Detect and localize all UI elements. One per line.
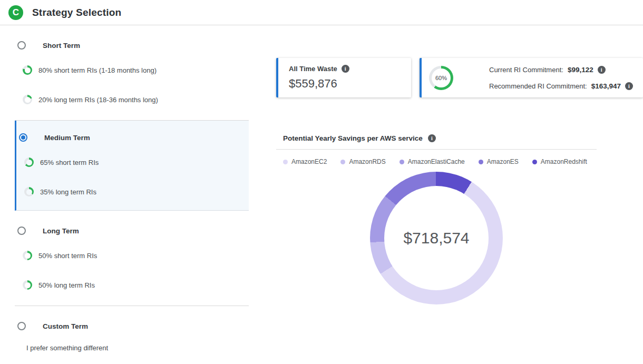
- radio-custom-term[interactable]: [17, 322, 26, 330]
- legend-label: AmazonRedshift: [541, 158, 587, 165]
- radio-long-term[interactable]: [17, 227, 26, 235]
- legend-dot: [400, 160, 404, 164]
- sub-option: 35% long term RIs: [16, 187, 249, 196]
- strategy-option-long-term[interactable]: Long Term 50% short term RIs 50% long te…: [15, 211, 249, 306]
- progress-ring-icon: [23, 65, 32, 75]
- page-title: Strategy Selection: [32, 7, 121, 18]
- legend-item-amazonec2[interactable]: AmazonEC2: [283, 158, 327, 165]
- app-logo-glyph: C: [13, 7, 19, 18]
- option-label: Custom Term: [43, 322, 88, 330]
- sub-option: 65% short term RIs: [16, 158, 249, 167]
- main-panel: All Time Waste i $559,876 60% Current RI…: [249, 25, 643, 304]
- sub-option-label: 80% short term RIs (1-18 months long): [38, 66, 157, 74]
- legend-item-amazonelasticache[interactable]: AmazonElastiCache: [400, 158, 465, 165]
- page-header: C Strategy Selection: [0, 0, 643, 25]
- strategy-option-custom-term[interactable]: Custom Term I prefer something different: [15, 306, 249, 361]
- info-icon[interactable]: i: [625, 82, 633, 90]
- sub-option-label: 50% long term RIs: [38, 281, 95, 289]
- app-logo-icon: C: [8, 5, 23, 20]
- progress-ring-icon: [24, 187, 34, 196]
- radio-medium-term[interactable]: [19, 133, 27, 142]
- recommended-commitment-label: Recommended RI Commitment:: [489, 82, 587, 90]
- option-label: Short Term: [43, 42, 80, 50]
- sub-option-label: 20% long term RIs (18-36 months long): [38, 96, 158, 104]
- strategy-option-medium-term[interactable]: Medium Term 65% short term RIs 35% long …: [15, 121, 249, 211]
- chart-legend: AmazonEC2 AmazonRDS AmazonElastiCache Am…: [276, 158, 597, 165]
- legend-label: AmazonRDS: [349, 158, 385, 165]
- legend-dot: [532, 160, 537, 164]
- legend-item-amazonredshift[interactable]: AmazonRedshift: [532, 158, 587, 165]
- sub-option-label: 50% short term RIs: [38, 252, 97, 260]
- radio-short-term[interactable]: [17, 41, 26, 50]
- sub-option-label: 65% short term RIs: [40, 159, 99, 166]
- legend-label: AmazonEC2: [291, 158, 327, 165]
- info-icon[interactable]: i: [428, 134, 436, 142]
- sub-option: 20% long term RIs (18-36 months long): [15, 95, 249, 104]
- legend-item-amazones[interactable]: AmazonES: [479, 158, 519, 165]
- option-label: Long Term: [43, 227, 79, 235]
- content: Short Term 80% short term RIs (1-18 mont…: [0, 25, 643, 361]
- current-commitment-label: Current RI Commitment:: [489, 66, 563, 74]
- info-icon[interactable]: i: [342, 65, 349, 73]
- custom-term-description: I prefer something different: [15, 344, 249, 352]
- option-label: Medium Term: [44, 134, 90, 142]
- savings-donut: $718,574: [370, 172, 503, 304]
- ri-gauge: 60%: [429, 66, 453, 90]
- summary-cards-row: All Time Waste i $559,876 60% Current RI…: [276, 58, 643, 97]
- all-time-waste-card: All Time Waste i $559,876: [276, 58, 411, 97]
- legend-dot: [340, 160, 345, 164]
- all-time-waste-title: All Time Waste: [289, 65, 337, 73]
- legend-item-amazonrds[interactable]: AmazonRDS: [340, 158, 385, 165]
- donut-center-value: $718,574: [403, 229, 469, 247]
- legend-dot: [479, 160, 483, 164]
- ri-gauge-label: 60%: [435, 75, 447, 81]
- strategy-options-panel: Short Term 80% short term RIs (1-18 mont…: [15, 25, 249, 361]
- ri-commitment-card: 60% Current RI Commitment: $99,122 i Rec…: [420, 58, 643, 97]
- legend-label: AmazonES: [487, 158, 519, 165]
- progress-ring-icon: [24, 158, 34, 167]
- progress-ring-icon: [23, 95, 32, 104]
- all-time-waste-value: $559,876: [289, 77, 411, 91]
- legend-dot: [283, 160, 288, 164]
- divider: [276, 149, 597, 150]
- info-icon[interactable]: i: [598, 66, 606, 74]
- current-commitment-value: $99,122: [568, 66, 593, 74]
- chart-title: Potential Yearly Savings per AWS service: [283, 134, 423, 142]
- sub-option: 80% short term RIs (1-18 months long): [15, 65, 249, 75]
- sub-option: 50% short term RIs: [15, 251, 249, 260]
- sub-option: 50% long term RIs: [15, 280, 249, 290]
- current-commitment-line: Current RI Commitment: $99,122 i: [489, 66, 633, 74]
- savings-chart-section: Potential Yearly Savings per AWS service…: [276, 134, 597, 304]
- legend-label: AmazonElastiCache: [408, 158, 465, 165]
- strategy-option-short-term[interactable]: Short Term 80% short term RIs (1-18 mont…: [15, 25, 249, 121]
- progress-ring-icon: [23, 251, 32, 260]
- progress-ring-icon: [23, 280, 32, 290]
- recommended-commitment-line: Recommended RI Commitment: $163,947 i: [489, 82, 633, 90]
- recommended-commitment-value: $163,947: [591, 82, 621, 90]
- sub-option-label: 35% long term RIs: [40, 188, 96, 196]
